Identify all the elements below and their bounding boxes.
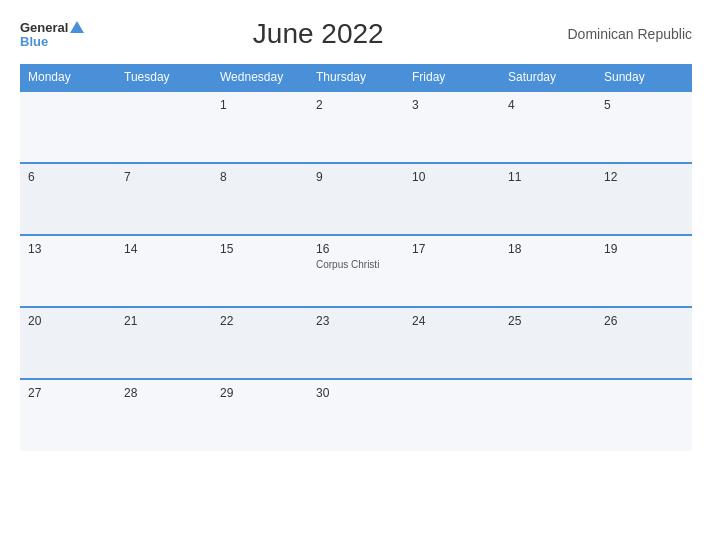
day-cell: 2 bbox=[308, 91, 404, 163]
day-number: 10 bbox=[412, 170, 492, 184]
day-number: 18 bbox=[508, 242, 588, 256]
day-cell: 7 bbox=[116, 163, 212, 235]
day-number: 5 bbox=[604, 98, 684, 112]
day-cell bbox=[116, 91, 212, 163]
day-cell bbox=[500, 379, 596, 451]
day-cell: 16Corpus Christi bbox=[308, 235, 404, 307]
day-cell: 9 bbox=[308, 163, 404, 235]
day-cell: 15 bbox=[212, 235, 308, 307]
day-cell: 12 bbox=[596, 163, 692, 235]
day-cell: 28 bbox=[116, 379, 212, 451]
day-cell: 27 bbox=[20, 379, 116, 451]
day-cell: 26 bbox=[596, 307, 692, 379]
day-cell: 5 bbox=[596, 91, 692, 163]
day-number: 25 bbox=[508, 314, 588, 328]
day-number: 9 bbox=[316, 170, 396, 184]
week-row-2: 13141516Corpus Christi171819 bbox=[20, 235, 692, 307]
day-cell: 22 bbox=[212, 307, 308, 379]
day-number: 22 bbox=[220, 314, 300, 328]
day-cell: 20 bbox=[20, 307, 116, 379]
calendar-table: Monday Tuesday Wednesday Thursday Friday… bbox=[20, 64, 692, 451]
holiday-label: Corpus Christi bbox=[316, 259, 396, 270]
week-row-3: 20212223242526 bbox=[20, 307, 692, 379]
weekday-row: Monday Tuesday Wednesday Thursday Friday… bbox=[20, 64, 692, 91]
day-number: 6 bbox=[28, 170, 108, 184]
day-number: 17 bbox=[412, 242, 492, 256]
day-number: 13 bbox=[28, 242, 108, 256]
page-title: June 2022 bbox=[84, 18, 552, 50]
logo: General Blue bbox=[20, 21, 84, 48]
day-cell: 1 bbox=[212, 91, 308, 163]
day-number: 26 bbox=[604, 314, 684, 328]
day-cell: 19 bbox=[596, 235, 692, 307]
calendar-page: General Blue June 2022 Dominican Republi… bbox=[0, 0, 712, 550]
calendar-body: 12345678910111213141516Corpus Christi171… bbox=[20, 91, 692, 451]
day-number: 24 bbox=[412, 314, 492, 328]
day-cell: 17 bbox=[404, 235, 500, 307]
day-number: 1 bbox=[220, 98, 300, 112]
day-number: 2 bbox=[316, 98, 396, 112]
day-cell: 6 bbox=[20, 163, 116, 235]
day-number: 30 bbox=[316, 386, 396, 400]
week-row-4: 27282930 bbox=[20, 379, 692, 451]
day-number: 8 bbox=[220, 170, 300, 184]
day-cell: 14 bbox=[116, 235, 212, 307]
week-row-0: 12345 bbox=[20, 91, 692, 163]
logo-triangle-icon bbox=[70, 21, 84, 33]
day-cell bbox=[20, 91, 116, 163]
day-number: 12 bbox=[604, 170, 684, 184]
col-saturday: Saturday bbox=[500, 64, 596, 91]
col-wednesday: Wednesday bbox=[212, 64, 308, 91]
day-number: 16 bbox=[316, 242, 396, 256]
day-number: 20 bbox=[28, 314, 108, 328]
day-cell: 25 bbox=[500, 307, 596, 379]
day-cell: 21 bbox=[116, 307, 212, 379]
day-number: 23 bbox=[316, 314, 396, 328]
day-number: 4 bbox=[508, 98, 588, 112]
logo-blue: Blue bbox=[20, 35, 48, 48]
day-number: 21 bbox=[124, 314, 204, 328]
col-sunday: Sunday bbox=[596, 64, 692, 91]
day-number: 27 bbox=[28, 386, 108, 400]
col-tuesday: Tuesday bbox=[116, 64, 212, 91]
calendar-header: Monday Tuesday Wednesday Thursday Friday… bbox=[20, 64, 692, 91]
day-cell: 3 bbox=[404, 91, 500, 163]
header: General Blue June 2022 Dominican Republi… bbox=[20, 18, 692, 50]
day-number: 19 bbox=[604, 242, 684, 256]
day-cell: 29 bbox=[212, 379, 308, 451]
day-cell: 11 bbox=[500, 163, 596, 235]
day-number: 3 bbox=[412, 98, 492, 112]
day-number: 14 bbox=[124, 242, 204, 256]
day-number: 7 bbox=[124, 170, 204, 184]
day-number: 29 bbox=[220, 386, 300, 400]
day-cell: 10 bbox=[404, 163, 500, 235]
day-cell bbox=[404, 379, 500, 451]
day-cell: 30 bbox=[308, 379, 404, 451]
col-monday: Monday bbox=[20, 64, 116, 91]
col-thursday: Thursday bbox=[308, 64, 404, 91]
day-number: 11 bbox=[508, 170, 588, 184]
day-cell: 18 bbox=[500, 235, 596, 307]
week-row-1: 6789101112 bbox=[20, 163, 692, 235]
day-number: 28 bbox=[124, 386, 204, 400]
day-cell bbox=[596, 379, 692, 451]
country-label: Dominican Republic bbox=[552, 26, 692, 42]
day-cell: 23 bbox=[308, 307, 404, 379]
day-number: 15 bbox=[220, 242, 300, 256]
day-cell: 24 bbox=[404, 307, 500, 379]
col-friday: Friday bbox=[404, 64, 500, 91]
day-cell: 13 bbox=[20, 235, 116, 307]
day-cell: 8 bbox=[212, 163, 308, 235]
day-cell: 4 bbox=[500, 91, 596, 163]
logo-general: General bbox=[20, 21, 68, 34]
